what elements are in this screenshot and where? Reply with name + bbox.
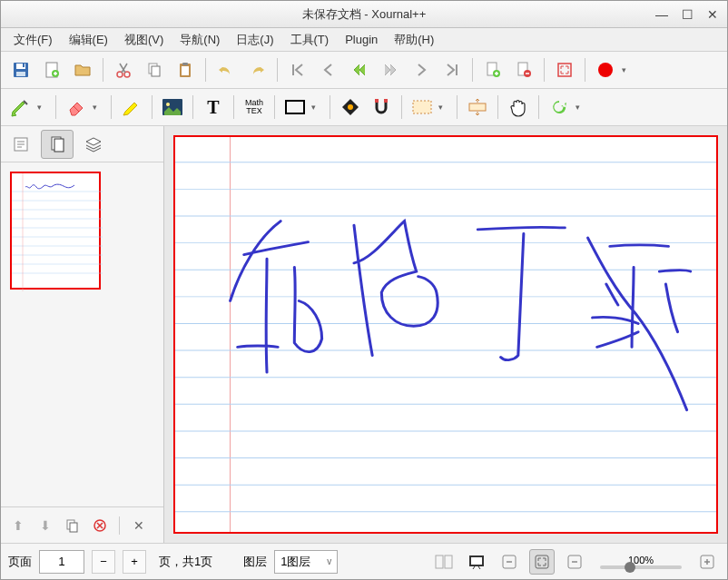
first-page-button[interactable] [283, 55, 312, 84]
svg-rect-11 [182, 63, 188, 65]
sidebar: ⬆ ⬇ ✕ [1, 126, 164, 543]
page-thumbnail-1[interactable] [10, 172, 101, 290]
svg-rect-60 [471, 557, 482, 565]
menu-help[interactable]: 帮助(H) [387, 29, 441, 51]
color-red-button[interactable] [591, 55, 620, 84]
separator [103, 58, 103, 82]
sidebar-tab-thumbnails[interactable] [41, 130, 74, 159]
last-page-button[interactable] [438, 55, 467, 84]
menu-file[interactable]: 文件(F) [6, 29, 60, 51]
menu-plugin[interactable]: Plugin [338, 30, 385, 49]
open-button[interactable] [68, 55, 97, 84]
page-number-input[interactable] [39, 550, 84, 574]
canvas-area[interactable] [164, 126, 727, 543]
separator [277, 58, 278, 82]
move-down-button[interactable]: ⬇ [34, 514, 57, 537]
refresh-button[interactable] [545, 93, 574, 122]
undo-button[interactable] [212, 55, 241, 84]
cut-button[interactable] [109, 55, 138, 84]
layer-value: 1图层 [280, 554, 310, 570]
delete-button[interactable] [88, 514, 112, 537]
paste-button[interactable] [171, 55, 200, 84]
page-content [175, 137, 716, 532]
zoom-slider-thumb[interactable] [625, 562, 635, 573]
menu-nav[interactable]: 导航(N) [172, 29, 227, 51]
svg-rect-20 [286, 101, 304, 113]
zoom-out-button[interactable] [497, 549, 522, 575]
duplicate-button[interactable] [61, 514, 84, 537]
image-tool-button[interactable] [158, 93, 187, 122]
insert-page-button[interactable] [478, 55, 507, 84]
svg-point-19 [166, 103, 170, 106]
redo-button[interactable] [242, 55, 271, 84]
page-increment-button[interactable]: + [123, 550, 146, 574]
window-controls: — ☐ ✕ [654, 7, 720, 22]
svg-rect-22 [375, 99, 379, 103]
highlighter-tool-button[interactable] [117, 93, 146, 122]
presentation-button[interactable] [464, 549, 489, 575]
fullscreen-button[interactable] [550, 55, 579, 84]
layer-select[interactable]: 1图层 v [274, 550, 338, 574]
pen-dropdown[interactable]: ▾ [37, 103, 50, 112]
select-rect-button[interactable] [408, 93, 437, 122]
page-label: 页面 [8, 554, 32, 570]
hand-tool-button[interactable] [504, 93, 533, 122]
toolbar-tools: ▾ ▾ T MathTEX ▾ ▾ ▾ [1, 89, 727, 126]
move-up-button[interactable]: ⬆ [6, 514, 30, 537]
separator [233, 95, 234, 119]
zoom-fit-button[interactable] [529, 549, 555, 575]
prev-page-button[interactable] [314, 55, 343, 84]
refresh-dropdown[interactable]: ▾ [576, 103, 588, 112]
copy-button[interactable] [140, 55, 169, 84]
menu-tools[interactable]: 工具(T) [283, 29, 337, 51]
zoom-in-button[interactable] [694, 549, 720, 575]
save-button[interactable] [6, 55, 35, 84]
separator [205, 58, 206, 82]
select-dropdown[interactable]: ▾ [438, 103, 451, 112]
sidebar-tab-bookmarks[interactable] [5, 130, 37, 159]
menu-view[interactable]: 视图(V) [117, 29, 171, 51]
zoom-slider[interactable] [600, 565, 682, 569]
vertical-space-button[interactable] [463, 93, 492, 122]
color-dropdown[interactable]: ▾ [622, 65, 635, 74]
zoom-100-button[interactable] [562, 549, 587, 575]
pen-tool-button[interactable] [6, 93, 35, 122]
shape-dropdown[interactable]: ▾ [311, 103, 324, 112]
document-page[interactable] [173, 135, 718, 534]
close-sidebar-button[interactable]: ✕ [127, 514, 151, 537]
menu-log[interactable]: 日志(J) [229, 29, 280, 51]
svg-rect-58 [445, 555, 452, 568]
annotated-next-button[interactable] [376, 55, 405, 84]
sidebar-actions: ⬆ ⬇ ✕ [1, 506, 163, 543]
page-decrement-button[interactable]: − [92, 550, 115, 574]
maximize-button[interactable]: ☐ [680, 7, 694, 22]
separator [472, 58, 473, 82]
annotated-prev-button[interactable] [345, 55, 374, 84]
close-button[interactable]: ✕ [705, 7, 720, 22]
text-tool-button[interactable]: T [199, 93, 228, 122]
delete-page-button[interactable] [509, 55, 538, 84]
thumbnail-list [1, 162, 163, 506]
sidebar-tab-layers[interactable] [77, 130, 110, 159]
separator [497, 95, 498, 119]
chevron-down-icon: v [327, 556, 331, 566]
svg-rect-25 [469, 103, 486, 111]
mathtex-tool-button[interactable]: MathTEX [240, 93, 269, 122]
snap-button[interactable] [367, 93, 396, 122]
menubar: 文件(F) 编辑(E) 视图(V) 导航(N) 日志(J) 工具(T) Plug… [1, 28, 727, 52]
shape-recognizer-button[interactable] [336, 93, 365, 122]
minimize-button[interactable]: — [654, 7, 669, 22]
paired-pages-button[interactable] [431, 549, 457, 575]
svg-rect-16 [558, 64, 571, 76]
svg-rect-10 [182, 66, 189, 75]
shape-tool-button[interactable] [280, 93, 310, 122]
next-page-button[interactable] [407, 55, 436, 84]
handwriting-ink [231, 221, 691, 410]
new-button[interactable] [37, 55, 66, 84]
eraser-tool-button[interactable] [62, 93, 91, 122]
svg-rect-57 [436, 555, 443, 568]
eraser-dropdown[interactable]: ▾ [93, 103, 105, 112]
menu-edit[interactable]: 编辑(E) [62, 29, 115, 51]
svg-rect-28 [54, 139, 64, 152]
separator [152, 95, 152, 119]
